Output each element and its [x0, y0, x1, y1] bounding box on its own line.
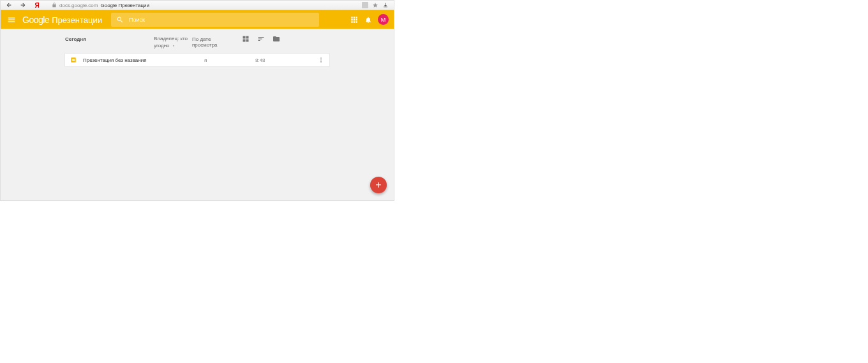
search-input[interactable]: [129, 17, 314, 23]
lock-icon: [52, 3, 57, 8]
file-name: Презентация без названия: [83, 57, 198, 63]
slides-app: Google Презентации М Сегодня Владелец: к…: [1, 10, 394, 200]
owner-filter-line2: угодно: [154, 42, 170, 49]
file-list: Презентация без названия я 8:48: [1, 49, 394, 67]
sort-options-icon[interactable]: [257, 35, 265, 43]
product-name: Презентации: [52, 15, 102, 25]
svg-point-4: [320, 61, 322, 63]
more-options-icon[interactable]: [318, 57, 324, 63]
back-button[interactable]: [4, 1, 13, 10]
file-owner: я: [204, 57, 249, 63]
file-time: 8:48: [255, 57, 311, 63]
bookmark-star-icon[interactable]: [372, 2, 378, 8]
avatar[interactable]: М: [378, 14, 389, 25]
plus-icon: +: [375, 179, 381, 191]
search-icon: [116, 16, 124, 24]
svg-point-3: [320, 60, 322, 61]
app-header: Google Презентации М: [1, 10, 394, 29]
new-presentation-fab[interactable]: +: [370, 177, 387, 193]
folder-icon[interactable]: [273, 35, 280, 43]
view-controls: [237, 34, 280, 43]
owner-filter[interactable]: Владелец: кто угодно: [154, 34, 192, 49]
owner-filter-line1: Владелец: кто: [154, 35, 188, 42]
chevron-down-icon: [172, 44, 176, 48]
section-heading: Сегодня: [1, 34, 154, 42]
search-box[interactable]: [111, 13, 319, 27]
app-logo[interactable]: Google Презентации: [22, 15, 102, 25]
url-title: Google Презентации: [100, 3, 149, 8]
svg-point-2: [320, 58, 322, 59]
google-apps-icon[interactable]: [350, 15, 359, 24]
address-bar[interactable]: docs.google.com Google Презентации: [47, 3, 357, 8]
download-icon[interactable]: [382, 2, 389, 8]
sort-label[interactable]: По дате просмотра: [192, 34, 237, 48]
slides-file-icon: [70, 57, 77, 63]
list-controls: Сегодня Владелец: кто угодно По дате про…: [1, 29, 394, 49]
main-menu-button[interactable]: [6, 14, 17, 26]
yandex-logo-icon[interactable]: Я: [33, 1, 41, 10]
browser-window: Я docs.google.com Google Презентации Goo…: [0, 0, 394, 201]
browser-toolbar: Я docs.google.com Google Презентации: [1, 1, 394, 10]
grid-view-icon[interactable]: [242, 35, 250, 43]
file-row[interactable]: Презентация без названия я 8:48: [64, 53, 330, 67]
browser-right-controls: [362, 2, 390, 8]
forward-button[interactable]: [19, 1, 27, 10]
svg-rect-1: [72, 59, 75, 61]
google-logo-text: Google: [22, 15, 49, 25]
extension-icon[interactable]: [362, 2, 368, 8]
notifications-icon[interactable]: [364, 15, 373, 24]
url-domain: docs.google.com: [59, 3, 98, 8]
